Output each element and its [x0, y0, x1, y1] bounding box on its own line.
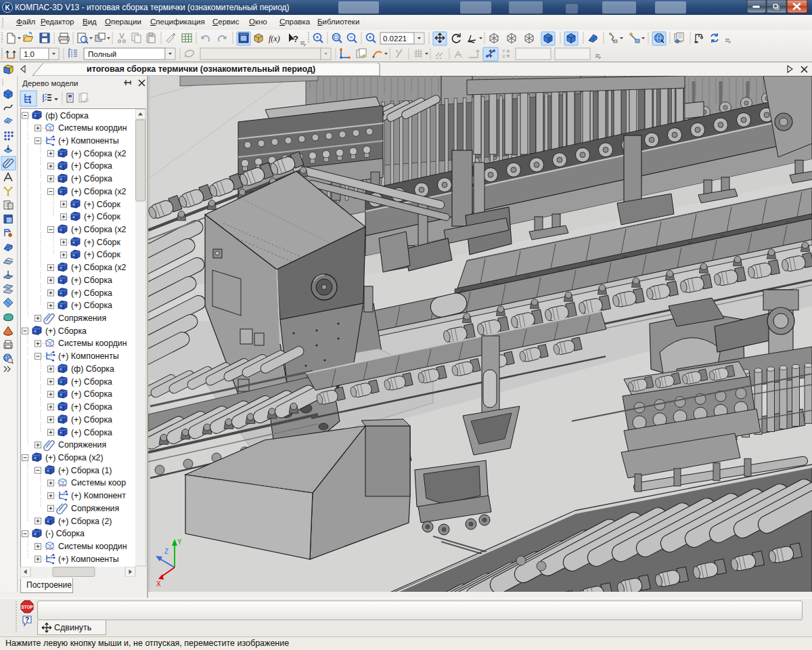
svg-text:(+) Сборка (x2: (+) Сборка (x2	[71, 187, 127, 196]
svg-text:X: X	[156, 580, 161, 588]
svg-text:?: ?	[293, 34, 298, 44]
svg-text:Y: Y	[502, 49, 505, 53]
svg-text:Системы координ: Системы координ	[58, 339, 127, 348]
svg-text:(+) Сборк: (+) Сборк	[84, 200, 120, 209]
svg-text:(ф) Сборка: (ф) Сборка	[71, 364, 114, 374]
svg-text:(ф) Сборка: (ф) Сборка	[45, 111, 89, 121]
svg-text:(+) Сборка (x2: (+) Сборка (x2	[71, 263, 127, 272]
svg-text:(+) Сборка: (+) Сборка	[71, 377, 112, 387]
svg-text:Системы коор: Системы коор	[71, 478, 126, 488]
svg-text:STOP: STOP	[21, 605, 33, 609]
svg-text:(+) Сборка: (+) Сборка	[71, 161, 112, 171]
svg-text:1.0: 1.0	[24, 50, 35, 58]
svg-text:(+) Компоненты: (+) Компоненты	[58, 136, 119, 146]
svg-text:?: ?	[25, 616, 29, 624]
svg-text:(+) Компоненты: (+) Компоненты	[58, 351, 119, 361]
svg-text:(+) Сборка (x2: (+) Сборка (x2	[71, 225, 127, 234]
svg-text:Системы координ: Системы координ	[58, 542, 127, 551]
svg-text:(+) Сборка: (+) Сборка	[71, 301, 112, 310]
svg-text:Z: Z	[164, 548, 168, 555]
svg-text:(+) Сборка: (+) Сборка	[71, 288, 112, 298]
svg-text:(+) Сборка: (+) Сборка	[71, 428, 112, 437]
svg-text:(+) Сборка (2): (+) Сборка (2)	[58, 517, 112, 526]
svg-text:(+) Сборка (x2: (+) Сборка (x2	[71, 149, 127, 158]
svg-text:(+) Сборка: (+) Сборка	[71, 389, 112, 399]
svg-text:(+) Сборка (1): (+) Сборка (1)	[58, 466, 112, 475]
svg-text:Сопряжения: Сопряжения	[58, 440, 106, 450]
svg-text:(+) Сборка (x2): (+) Сборка (x2)	[45, 453, 103, 462]
svg-text:(+) Сборк: (+) Сборк	[84, 238, 120, 247]
svg-text:(+) Сборка: (+) Сборка	[45, 326, 87, 336]
svg-text:Системы координ: Системы координ	[58, 123, 127, 133]
svg-text:f(x): f(x)	[269, 34, 280, 43]
svg-text:(+) Сборка: (+) Сборка	[71, 276, 112, 285]
svg-text:Сопряжения: Сопряжения	[71, 504, 119, 513]
svg-text:Y: Y	[177, 538, 182, 546]
svg-text:Сопряжения: Сопряжения	[58, 313, 106, 323]
svg-text:(+) Сборк: (+) Сборк	[84, 212, 120, 221]
svg-text:Полный: Полный	[88, 50, 116, 58]
svg-text:(+) Сборка: (+) Сборка	[71, 402, 112, 412]
svg-text:(+) Сборк: (+) Сборк	[84, 250, 120, 259]
svg-text:(+) Компонент: (+) Компонент	[71, 491, 126, 500]
svg-text:(+) Сборка: (+) Сборка	[71, 415, 112, 425]
svg-text:0.0221: 0.0221	[383, 35, 407, 43]
svg-text:(+) Компоненты: (+) Компоненты	[58, 555, 119, 564]
svg-text:X: X	[502, 54, 505, 59]
svg-text:(+) Сборка: (+) Сборка	[71, 174, 112, 183]
svg-text:(-) Сборка: (-) Сборка	[45, 529, 85, 538]
